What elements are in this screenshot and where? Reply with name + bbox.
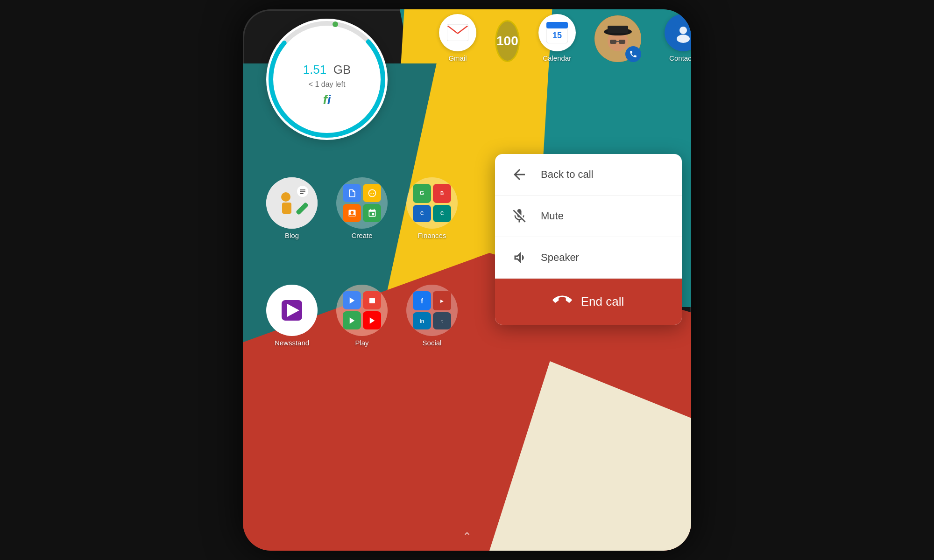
- svg-marker-29: [349, 297, 354, 304]
- fi-data-amount: 1.51 GB: [303, 51, 351, 79]
- app-social[interactable]: f ▶ in t Social: [406, 285, 458, 347]
- finances-label: Finances: [418, 231, 446, 239]
- home-chevron[interactable]: ⌃: [462, 530, 472, 543]
- mute-icon: [509, 206, 530, 226]
- play-icon: [336, 285, 388, 336]
- svg-marker-31: [349, 317, 354, 324]
- contact-photo[interactable]: [594, 15, 641, 62]
- svg-point-17: [677, 35, 690, 43]
- end-call-label: End call: [581, 294, 624, 309]
- svg-rect-20: [282, 203, 291, 214]
- svg-point-18: [266, 177, 318, 229]
- app-calendar[interactable]: 15 Calendar: [538, 14, 576, 62]
- svg-rect-12: [610, 40, 616, 44]
- app-gmail[interactable]: Gmail: [439, 14, 476, 62]
- end-call-icon: [553, 291, 572, 313]
- fi-logo: fi: [303, 92, 351, 107]
- svg-rect-22: [300, 189, 305, 190]
- svg-text:15: 15: [552, 31, 562, 40]
- svg-rect-23: [300, 191, 305, 192]
- back-to-call-icon: [509, 164, 530, 185]
- fi-day-left: < 1 day left: [303, 80, 351, 89]
- svg-marker-32: [369, 317, 375, 324]
- svg-rect-11: [608, 26, 628, 33]
- badge-100: 100: [495, 20, 520, 62]
- blog-label: Blog: [285, 231, 299, 239]
- svg-rect-24: [300, 193, 304, 194]
- newsstand-label: Newsstand: [275, 339, 309, 347]
- back-to-call-item[interactable]: Back to call: [495, 154, 682, 196]
- blog-icon: [266, 177, 318, 229]
- svg-rect-30: [369, 298, 375, 303]
- play-label: Play: [355, 339, 368, 347]
- finances-icon: G B C C: [406, 177, 458, 229]
- social-icon: f ▶ in t: [406, 285, 458, 336]
- speaker-item[interactable]: Speaker: [495, 237, 682, 279]
- gmail-label: Gmail: [448, 54, 467, 62]
- calendar-icon: 15: [538, 14, 576, 51]
- call-panel: Back to call Mute Speaker: [495, 154, 682, 325]
- social-label: Social: [423, 339, 442, 347]
- contacts-icon: [665, 14, 691, 51]
- phone-frame: 1.51 GB < 1 day left fi: [243, 9, 691, 551]
- app-contacts[interactable]: Contacts: [665, 14, 691, 62]
- end-call-button[interactable]: End call: [495, 279, 682, 325]
- create-label: Create: [351, 231, 372, 239]
- svg-rect-6: [546, 22, 568, 28]
- speaker-icon: [509, 247, 530, 268]
- newsstand-icon: [266, 285, 318, 336]
- svg-point-19: [281, 192, 290, 202]
- top-apps-row: Gmail 100 15 Calendar: [416, 14, 682, 62]
- calendar-label: Calendar: [543, 54, 571, 62]
- speaker-label: Speaker: [541, 252, 579, 264]
- fi-widget-content: 1.51 GB < 1 day left fi: [303, 51, 351, 107]
- app-newsstand[interactable]: Newsstand: [266, 285, 318, 347]
- phone-screen: 1.51 GB < 1 day left fi: [243, 9, 691, 551]
- fi-widget[interactable]: 1.51 GB < 1 day left fi: [266, 19, 388, 140]
- svg-point-3: [333, 21, 338, 27]
- app-blog[interactable]: Blog: [266, 177, 318, 239]
- app-create[interactable]: Create: [336, 177, 388, 239]
- app-play[interactable]: Play: [336, 285, 388, 347]
- svg-rect-13: [619, 40, 625, 44]
- mute-label: Mute: [541, 210, 564, 222]
- bottom-bar: ⌃: [243, 530, 691, 543]
- svg-point-16: [679, 27, 687, 34]
- mute-item[interactable]: Mute: [495, 196, 682, 237]
- back-to-call-label: Back to call: [541, 168, 594, 181]
- app-finances[interactable]: G B C C Finances: [406, 177, 458, 239]
- create-icon: [336, 177, 388, 229]
- contact-call-badge: [625, 46, 641, 62]
- gmail-icon: [439, 14, 476, 51]
- contacts-label: Contacts: [669, 54, 691, 62]
